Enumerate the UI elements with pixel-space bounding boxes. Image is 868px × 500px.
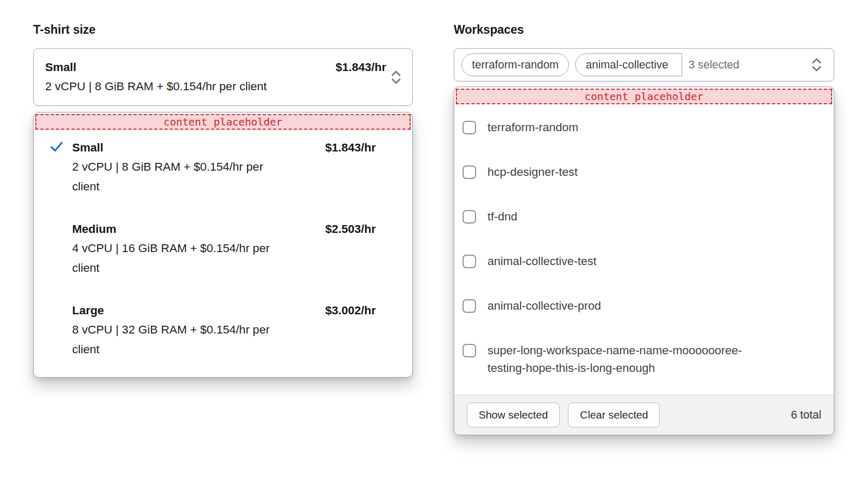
checkbox[interactable] <box>463 255 476 268</box>
option-description: 2 vCPU | 8 GiB RAM + $0.154/hr per clien… <box>72 157 290 197</box>
option-title: Large <box>72 301 104 320</box>
tshirt-size-select-trigger[interactable]: Small $1.843/hr 2 vCPU | 8 GiB RAM + $0.… <box>33 48 413 106</box>
workspaces-dropdown: content placeholder terraform-random hcp… <box>454 87 834 435</box>
workspaces-section: Workspaces terraform-random animal-colle… <box>454 23 834 435</box>
selected-size-summary: Small $1.843/hr 2 vCPU | 8 GiB RAM + $0.… <box>45 58 386 96</box>
workspace-name: tf-dnd <box>487 208 518 226</box>
size-option-large[interactable]: Large $3.002/hr 8 vCPU | 32 GiB RAM + $0… <box>49 301 376 359</box>
tshirt-size-section: T-shirt size Small $1.843/hr 2 vCPU | 8 … <box>33 23 413 378</box>
selected-count: 3 selected <box>688 59 739 72</box>
selected-size-name: Small <box>45 58 76 77</box>
tshirt-size-label: T-shirt size <box>33 23 413 37</box>
option-description: 8 vCPU | 32 GiB RAM + $0.154/hr per clie… <box>72 320 290 359</box>
workspaces-footer: Show selected Clear selected 6 total <box>454 395 834 435</box>
size-option-small[interactable]: Small $1.843/hr 2 vCPU | 8 GiB RAM + $0.… <box>49 138 376 197</box>
checkbox[interactable] <box>463 121 476 134</box>
workspace-name: hcp-designer-test <box>487 163 578 181</box>
size-option-list: Small $1.843/hr 2 vCPU | 8 GiB RAM + $0.… <box>34 130 412 377</box>
workspace-option-list: terraform-random hcp-designer-test tf-dn… <box>454 104 834 395</box>
workspace-option-animal-collective-test[interactable]: animal-collective-test <box>463 239 821 284</box>
workspace-option-tf-dnd[interactable]: tf-dnd <box>463 195 821 239</box>
content-placeholder: content placeholder <box>456 89 832 104</box>
option-price: $1.843/hr <box>325 138 376 157</box>
workspace-option-terraform-random[interactable]: terraform-random <box>463 105 821 150</box>
selected-size-description: 2 vCPU | 8 GiB RAM + $0.154/hr per clien… <box>45 77 293 96</box>
tshirt-size-dropdown: content placeholder Small $1.843/hr 2 vC… <box>33 112 413 378</box>
workspace-name: animal-collective-prod <box>487 297 601 315</box>
option-description: 4 vCPU | 16 GiB RAM + $0.154/hr per clie… <box>72 239 290 278</box>
content-placeholder: content placeholder <box>35 114 411 130</box>
check-icon <box>49 138 72 197</box>
check-spacer <box>49 219 72 278</box>
option-title: Small <box>72 138 103 157</box>
workspace-option-hcp-designer-test[interactable]: hcp-designer-test <box>463 150 821 195</box>
selected-size-price: $1.843/hr <box>335 58 386 77</box>
workspaces-select-trigger[interactable]: terraform-random animal-collective 3 sel… <box>454 48 834 81</box>
checkbox[interactable] <box>463 165 476 179</box>
select-caret-icon <box>811 57 822 73</box>
checkbox[interactable] <box>463 344 476 357</box>
option-title: Medium <box>72 219 116 239</box>
show-selected-button[interactable]: Show selected <box>467 402 560 427</box>
size-option-medium[interactable]: Medium $2.503/hr 4 vCPU | 16 GiB RAM + $… <box>49 219 376 278</box>
workspaces-label: Workspaces <box>454 23 834 37</box>
option-price: $2.503/hr <box>325 219 376 239</box>
select-caret-icon <box>390 70 402 85</box>
clear-selected-button[interactable]: Clear selected <box>568 402 660 427</box>
tag-animal-collective[interactable]: animal-collective <box>575 53 682 76</box>
tag-terraform-random[interactable]: terraform-random <box>462 53 569 76</box>
checkbox[interactable] <box>463 210 476 224</box>
total-count: 6 total <box>791 409 821 422</box>
workspace-name: super-long-workspace-name-name-moooooore… <box>487 342 772 377</box>
checkbox[interactable] <box>463 299 476 313</box>
workspace-name: animal-collective-test <box>487 253 596 270</box>
check-spacer <box>49 301 72 359</box>
option-price: $3.002/hr <box>325 301 376 320</box>
workspace-option-animal-collective-prod[interactable]: animal-collective-prod <box>463 284 821 328</box>
workspace-name: terraform-random <box>487 119 578 136</box>
workspace-option-super-long[interactable]: super-long-workspace-name-name-moooooore… <box>463 328 821 391</box>
